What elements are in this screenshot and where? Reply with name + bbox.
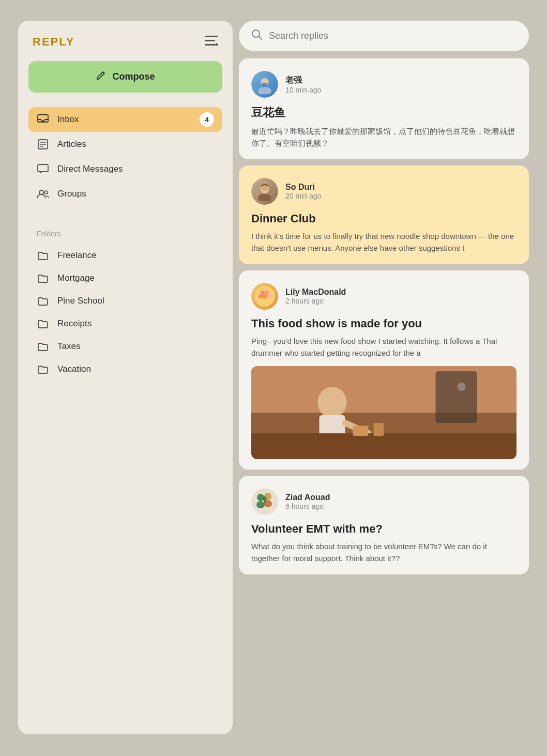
folder-label-taxes: Taxes bbox=[57, 341, 80, 352]
message-preview-2: I think it's time for us to finally try … bbox=[251, 231, 516, 254]
message-header-4: Ziad Aouad 6 hours ago bbox=[251, 488, 516, 515]
message-preview-1: 最近忙吗？昨晚我去了你最爱的那家饭馆，点了他们的特色豆花鱼，吃着就想你了。有空咱… bbox=[251, 126, 516, 149]
compose-button[interactable]: Compose bbox=[28, 61, 222, 93]
nav-divider bbox=[28, 219, 222, 219]
articles-icon bbox=[37, 139, 49, 149]
groups-icon bbox=[37, 189, 49, 199]
message-title-1: 豆花鱼 bbox=[251, 105, 516, 120]
search-bar bbox=[239, 21, 529, 51]
svg-rect-9 bbox=[38, 164, 48, 172]
groups-label: Groups bbox=[57, 189, 86, 199]
svg-line-13 bbox=[259, 36, 262, 39]
folder-list: Freelance Mortgage Pine School bbox=[28, 244, 222, 381]
dm-label: Direct Messages bbox=[57, 164, 123, 174]
message-card-3[interactable]: Lily MacDonald 2 hours ago This food sho… bbox=[239, 270, 529, 470]
inbox-icon bbox=[37, 114, 49, 125]
folder-item-vacation[interactable]: Vacation bbox=[28, 358, 222, 381]
svg-rect-37 bbox=[251, 366, 516, 459]
folder-item-pine-school[interactable]: Pine School bbox=[28, 290, 222, 312]
message-title-3: This food show is made for you bbox=[251, 317, 516, 330]
sidebar-item-inbox[interactable]: Inbox 4 bbox=[28, 107, 222, 132]
avatar-lily bbox=[251, 283, 278, 310]
compose-label: Compose bbox=[112, 71, 155, 82]
search-icon bbox=[251, 29, 263, 43]
app-logo: REPLY bbox=[33, 35, 74, 49]
folder-item-taxes[interactable]: Taxes bbox=[28, 335, 222, 358]
sidebar-header: REPLY bbox=[28, 35, 222, 49]
avatar-soduri bbox=[251, 178, 278, 205]
message-preview-4: What do you think about training to be v… bbox=[251, 541, 516, 564]
message-header-2: So Duri 20 min ago bbox=[251, 178, 516, 205]
search-input[interactable] bbox=[269, 31, 516, 41]
svg-point-26 bbox=[262, 294, 267, 299]
svg-point-19 bbox=[258, 194, 271, 201]
folder-item-mortgage[interactable]: Mortgage bbox=[28, 267, 222, 290]
folder-icon bbox=[37, 274, 49, 283]
sender-time-2: 20 min ago bbox=[285, 192, 321, 200]
folder-icon bbox=[37, 365, 49, 374]
folders-label: Folders bbox=[28, 230, 222, 238]
nav-items: Inbox 4 Articles bbox=[28, 107, 222, 206]
main-content: 老强 10 min ago 豆花鱼 最近忙吗？昨晚我去了你最爱的那家饭馆，点了他… bbox=[233, 21, 529, 734]
svg-rect-17 bbox=[262, 83, 267, 87]
svg-point-15 bbox=[258, 87, 271, 94]
folder-icon bbox=[37, 251, 49, 260]
avatar-laoqiang bbox=[251, 71, 278, 98]
svg-rect-1 bbox=[205, 40, 215, 41]
app-container: REPLY Compose bbox=[0, 0, 547, 756]
inbox-badge: 4 bbox=[200, 112, 214, 127]
sidebar: REPLY Compose bbox=[18, 21, 233, 734]
svg-point-39 bbox=[257, 494, 264, 501]
message-header-3: Lily MacDonald 2 hours ago bbox=[251, 283, 516, 310]
sender-name-2: So Duri bbox=[285, 183, 321, 192]
avatar-ziad bbox=[251, 488, 278, 515]
svg-point-40 bbox=[256, 501, 265, 508]
sender-info-4: Ziad Aouad 6 hours ago bbox=[285, 493, 330, 510]
sender-time-4: 6 hours ago bbox=[285, 502, 330, 510]
message-title-4: Volunteer EMT with me? bbox=[251, 522, 516, 536]
svg-marker-3 bbox=[216, 43, 218, 46]
sender-time-1: 10 min ago bbox=[285, 86, 321, 94]
message-image-3 bbox=[251, 366, 516, 459]
menu-icon[interactable] bbox=[205, 36, 218, 49]
folder-label-pine-school: Pine School bbox=[57, 296, 104, 306]
folder-label-receipts: Receipts bbox=[57, 319, 92, 329]
folder-icon bbox=[37, 319, 49, 328]
message-header-1: 老强 10 min ago bbox=[251, 71, 516, 98]
inbox-label: Inbox bbox=[57, 114, 79, 125]
folder-item-receipts[interactable]: Receipts bbox=[28, 312, 222, 335]
message-card-4[interactable]: Ziad Aouad 6 hours ago Volunteer EMT wit… bbox=[239, 476, 529, 574]
svg-rect-0 bbox=[205, 36, 218, 37]
svg-point-10 bbox=[39, 190, 43, 194]
sidebar-item-articles[interactable]: Articles bbox=[28, 132, 222, 157]
sidebar-item-groups[interactable]: Groups bbox=[28, 182, 222, 206]
message-card-1[interactable]: 老强 10 min ago 豆花鱼 最近忙吗？昨晚我去了你最爱的那家饭馆，点了他… bbox=[239, 58, 529, 159]
message-preview-3: Ping– you'd love this new food show I st… bbox=[251, 336, 516, 359]
svg-point-11 bbox=[44, 191, 48, 194]
message-title-2: Dinner Club bbox=[251, 212, 516, 225]
folder-item-freelance[interactable]: Freelance bbox=[28, 244, 222, 267]
sidebar-item-direct-messages[interactable]: Direct Messages bbox=[28, 157, 222, 182]
sender-info-2: So Duri 20 min ago bbox=[285, 183, 321, 200]
sender-name-4: Ziad Aouad bbox=[285, 493, 330, 502]
folder-icon bbox=[37, 296, 49, 306]
sender-info-3: Lily MacDonald 2 hours ago bbox=[285, 288, 346, 305]
dm-icon bbox=[37, 164, 49, 174]
folder-label-vacation: Vacation bbox=[57, 364, 91, 374]
pencil-icon bbox=[96, 70, 106, 83]
folder-label-mortgage: Mortgage bbox=[57, 273, 95, 283]
folder-icon bbox=[37, 342, 49, 351]
sender-time-3: 2 hours ago bbox=[285, 297, 346, 305]
articles-label: Articles bbox=[57, 139, 86, 149]
message-card-2[interactable]: So Duri 20 min ago Dinner Club I think i… bbox=[239, 165, 529, 264]
sender-info-1: 老强 10 min ago bbox=[285, 75, 321, 94]
sender-name-3: Lily MacDonald bbox=[285, 288, 346, 297]
folder-label-freelance: Freelance bbox=[57, 250, 97, 261]
sender-name-1: 老强 bbox=[285, 75, 321, 86]
